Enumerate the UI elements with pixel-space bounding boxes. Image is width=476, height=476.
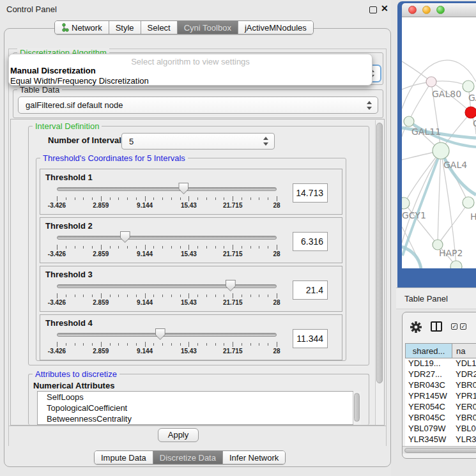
slider-tick-labels: -3.4262.8599.14415.4321.71528 bbox=[57, 202, 277, 210]
tick-mark bbox=[101, 293, 102, 298]
tab-cyni-toolbox[interactable]: Cyni Toolbox bbox=[178, 21, 238, 34]
table-row[interactable]: YDL19...YDL1 bbox=[405, 358, 476, 369]
popup-option-manual[interactable]: Manual Discretization bbox=[10, 66, 96, 75]
table-cell[interactable]: YDL1 bbox=[452, 358, 476, 369]
tick-mark bbox=[83, 197, 84, 200]
tab-jactivemnodules[interactable]: jActiveMNodules bbox=[238, 21, 313, 34]
tab-style[interactable]: Style bbox=[109, 21, 141, 34]
table-row[interactable]: YBR045CYBR0 bbox=[405, 413, 476, 424]
threshold-2-slider-track[interactable] bbox=[57, 236, 277, 240]
table-cell[interactable]: YBR0 bbox=[452, 380, 476, 391]
tick-mark bbox=[206, 295, 207, 297]
tick-mark bbox=[57, 196, 58, 201]
table-cell[interactable]: YBR045C bbox=[405, 413, 452, 424]
threshold-3-slider-thumb[interactable] bbox=[226, 280, 236, 291]
threshold-2-slider-thumb[interactable] bbox=[120, 231, 130, 243]
tab-select[interactable]: Select bbox=[141, 21, 178, 34]
threshold-1-slider-thumb[interactable] bbox=[178, 183, 188, 194]
table-cell[interactable]: YDR2 bbox=[452, 369, 476, 380]
number-of-intervals-spinner[interactable]: 5 bbox=[121, 133, 275, 150]
table-cell[interactable]: YBR043C bbox=[405, 380, 452, 391]
split-columns-icon[interactable] bbox=[431, 321, 442, 332]
table-cell[interactable]: YER054C bbox=[405, 402, 452, 413]
tick-mark bbox=[277, 196, 277, 201]
minimize-traffic-light-icon[interactable] bbox=[422, 6, 431, 14]
float-window-icon[interactable] bbox=[369, 6, 377, 13]
threshold-4-value-field[interactable] bbox=[293, 329, 328, 348]
column-header-shared-name[interactable]: shared... bbox=[405, 343, 452, 358]
network-node[interactable] bbox=[433, 142, 449, 159]
table-cell[interactable]: YLR3 bbox=[452, 434, 476, 445]
table-row[interactable]: YBL079WYBL0 bbox=[405, 424, 476, 434]
table-cell[interactable]: YPR1 bbox=[452, 391, 476, 402]
threshold-3-value-field[interactable] bbox=[293, 280, 328, 300]
network-node[interactable] bbox=[463, 197, 474, 208]
popup-option-equal-width[interactable]: Equal Width/Frequency Discretization bbox=[10, 76, 149, 86]
network-node-label: GA bbox=[468, 93, 476, 103]
close-icon[interactable]: ✕ bbox=[381, 3, 388, 13]
list-scrollbar[interactable] bbox=[353, 392, 361, 424]
tick-mark bbox=[66, 197, 66, 200]
threshold-4-slider-track[interactable] bbox=[57, 333, 277, 337]
tick-mark bbox=[233, 245, 233, 250]
table-data-combobox[interactable]: galFiltered.sif default node bbox=[18, 96, 378, 114]
attribute-list-item[interactable]: BetweennessCentrality bbox=[38, 413, 353, 424]
threshold-1-value-field[interactable] bbox=[293, 183, 328, 203]
column-header-name[interactable]: na bbox=[452, 343, 476, 358]
network-node[interactable] bbox=[465, 107, 476, 118]
tick-label: -3.426 bbox=[48, 250, 66, 257]
table-cell[interactable]: YDL19... bbox=[405, 358, 452, 369]
close-traffic-light-icon[interactable] bbox=[408, 6, 417, 14]
network-node[interactable] bbox=[426, 77, 436, 87]
table-cell[interactable]: YPR145W bbox=[405, 391, 452, 402]
table-cell[interactable]: YLR345W bbox=[405, 434, 452, 445]
threshold-3-slider-track[interactable] bbox=[57, 284, 277, 288]
table-row[interactable]: YBR043CYBR0 bbox=[405, 380, 476, 391]
apply-button[interactable]: Apply bbox=[158, 428, 199, 442]
attribute-list-item[interactable]: TopologicalCoefficient bbox=[38, 403, 353, 413]
tick-label: 9.144 bbox=[137, 348, 153, 355]
threshold-4-slider-thumb[interactable] bbox=[155, 328, 165, 340]
network-node[interactable] bbox=[404, 116, 414, 127]
tick-mark bbox=[110, 246, 111, 249]
table-cell[interactable]: YER0 bbox=[452, 402, 476, 413]
table-cell[interactable]: YBR0 bbox=[452, 413, 476, 424]
tab-infer-network[interactable]: Infer Network bbox=[223, 451, 285, 464]
table-cell[interactable]: YBL0 bbox=[452, 424, 476, 434]
tick-mark bbox=[136, 246, 137, 249]
tab-discretize-data[interactable]: Discretize Data bbox=[153, 451, 223, 464]
scrollbar-thumb[interactable] bbox=[376, 123, 383, 383]
slider-ticks bbox=[57, 342, 277, 348]
tab-network[interactable]: Network bbox=[55, 21, 109, 34]
panel-title: Control Panel bbox=[6, 4, 57, 14]
network-node-label: H bbox=[470, 211, 476, 222]
scrollbar-thumb[interactable] bbox=[354, 393, 360, 422]
network-node[interactable] bbox=[450, 261, 462, 268]
horizontal-scrollbar[interactable] bbox=[403, 446, 476, 454]
tab-impute-data[interactable]: Impute Data bbox=[95, 451, 153, 464]
network-node[interactable] bbox=[402, 197, 410, 209]
table-row[interactable]: YLR345WYLR3 bbox=[405, 434, 476, 445]
table-cell[interactable]: YBL079W bbox=[405, 424, 452, 434]
threshold-1-slider-track[interactable] bbox=[57, 187, 277, 191]
checkbox-icon[interactable]: ✓ bbox=[460, 323, 466, 330]
attribute-list-item[interactable]: SelfLoops bbox=[38, 392, 353, 403]
tick-mark bbox=[180, 343, 181, 346]
network-node[interactable] bbox=[463, 81, 474, 92]
table-row[interactable]: YER054CYER0 bbox=[405, 402, 476, 413]
table-row[interactable]: YPR145WYPR1 bbox=[405, 391, 476, 402]
threshold-2-value-field[interactable] bbox=[293, 232, 328, 251]
tick-label: -3.426 bbox=[48, 348, 66, 355]
network-window-titlebar[interactable] bbox=[402, 3, 476, 17]
tick-mark bbox=[92, 246, 93, 249]
attributes-list[interactable]: SelfLoopsTopologicalCoefficientBetweenne… bbox=[37, 391, 353, 425]
gear-icon[interactable] bbox=[410, 321, 422, 333]
scrollbar-thumb[interactable] bbox=[404, 448, 476, 453]
network-canvas[interactable]: GAL80GACGAL11GAL4GCY1HHAP2 bbox=[402, 17, 476, 268]
vertical-scrollbar[interactable] bbox=[375, 120, 384, 425]
table-row[interactable]: YDR27...YDR2 bbox=[405, 369, 476, 380]
table-cell[interactable]: YDR27... bbox=[405, 369, 452, 380]
zoom-traffic-light-icon[interactable] bbox=[436, 6, 445, 14]
tick-mark bbox=[171, 343, 172, 346]
checkbox-icon[interactable]: ✓ bbox=[451, 323, 457, 330]
